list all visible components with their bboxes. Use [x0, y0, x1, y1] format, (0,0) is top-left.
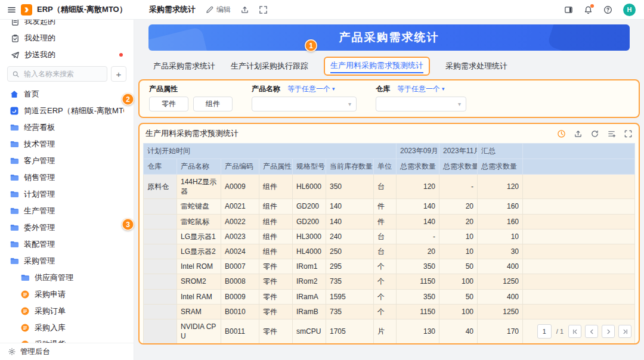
topbar-left: ERP（精细版-离散MTO）: [0, 4, 134, 15]
edit-button[interactable]: 编辑: [205, 5, 231, 15]
last-page-button[interactable]: [618, 325, 631, 338]
add-button[interactable]: +: [111, 66, 126, 82]
table-cell: 1595: [326, 289, 374, 304]
col-header: 总需求数量: [478, 159, 523, 175]
sidebar-quick-item[interactable]: 我发起的: [7, 20, 126, 30]
table-cell: Intel RAM: [177, 289, 221, 304]
sidebar-item-label: 抄送我的: [24, 49, 55, 60]
sidebar-quick-item[interactable]: 我处理的: [7, 30, 126, 46]
user-avatar[interactable]: H: [623, 4, 636, 16]
table-cell: 组件: [259, 199, 293, 214]
search-box[interactable]: [7, 66, 107, 82]
table-cell: [144, 259, 177, 274]
first-page-button[interactable]: [568, 325, 581, 338]
row-filler: [523, 289, 635, 304]
product-name-condition-selector[interactable]: 等于任意一个 ▾: [287, 84, 335, 94]
table-row[interactable]: SRAMB0010零件IRamB735个11501001250: [144, 304, 635, 319]
page: ERP（精细版-离散MTO） 采购需求统计 编辑: [0, 0, 644, 360]
table-row[interactable]: 原料仓144HZ显示器A0009组件HL6000350台120-120: [144, 175, 635, 199]
caret-down-icon: ▾: [442, 86, 445, 92]
table-cell: 件: [374, 214, 397, 229]
sidebar-nav-item[interactable]: 生产管理: [5, 203, 129, 219]
table-cell: B0011: [221, 319, 259, 343]
sidebar-nav-item[interactable]: 采购入库: [5, 319, 129, 336]
panel-layout-icon[interactable]: [564, 5, 573, 14]
table-cell: 130: [397, 319, 439, 343]
table-fullscreen-icon[interactable]: [624, 129, 633, 138]
sidebar-nav-item[interactable]: 采购订单: [5, 303, 129, 319]
table-cell: 140: [326, 214, 374, 229]
tab-item[interactable]: 采购需求处理统计: [445, 57, 507, 75]
sidebar-nav-item[interactable]: 计划管理: [5, 186, 129, 203]
caret-down-icon: ▾: [332, 86, 335, 92]
table-row[interactable]: Intel RAMB0009零件IRamA1595个35050400: [144, 289, 635, 304]
table-cell: 零件: [259, 319, 293, 343]
help-icon[interactable]: [603, 5, 612, 14]
sidebar-quick-item[interactable]: 抄送我的: [7, 46, 126, 63]
current-page[interactable]: 1: [537, 324, 552, 339]
export-icon[interactable]: [574, 129, 583, 138]
search-icon: [12, 70, 20, 78]
warehouse-select[interactable]: ▾: [376, 97, 466, 111]
sidebar-nav-item[interactable]: 委外管理: [5, 219, 129, 236]
sidebar-nav-item[interactable]: 采购管理: [5, 253, 129, 269]
table-cell: 个: [374, 259, 397, 274]
tab-active[interactable]: 生产用料采购需求预测统计: [324, 57, 430, 76]
fullscreen-icon[interactable]: [259, 5, 268, 14]
form-icon: [20, 306, 30, 316]
tab-item[interactable]: 产品采购需求统计: [153, 57, 215, 75]
app-logo-icon[interactable]: [21, 4, 32, 15]
table-cell: 台: [374, 229, 397, 244]
sidebar-nav-item[interactable]: 简道云ERP（精细版-离散MTO）「...: [5, 103, 129, 119]
table-row[interactable]: 雷蛇键盘A0021组件GD200140件14020160: [144, 199, 635, 214]
app-title: ERP（精细版-离散MTO）: [37, 4, 127, 15]
product-name-select[interactable]: ▾: [252, 97, 357, 111]
prev-page-button[interactable]: [585, 325, 598, 338]
filter-option-assembly-button[interactable]: 组件: [193, 97, 233, 111]
table-cell: 个: [374, 304, 397, 319]
table-cell: 原料仓: [144, 175, 177, 199]
folder-icon: [10, 256, 19, 266]
tab-label: 生产用料采购需求预测统计: [330, 61, 423, 73]
table-cell: Intel ROM: [177, 259, 221, 274]
table-row[interactable]: 雷蛇鼠标A0022组件GD200140件14020160: [144, 214, 635, 229]
table-row[interactable]: LG显示器2A0024组件HL4000250台201030: [144, 244, 635, 259]
folder-icon: [10, 123, 19, 132]
table-row[interactable]: Intel ROMB0007零件IRom1295个35050400: [144, 259, 635, 274]
warehouse-condition-selector[interactable]: 等于任意一个 ▾: [397, 84, 445, 94]
notifications-bell-icon[interactable]: [584, 5, 593, 14]
sidebar-nav-item[interactable]: 采购申请: [5, 286, 129, 303]
table-cell: [144, 304, 177, 319]
sidebar-nav-item[interactable]: 供应商管理: [5, 269, 129, 286]
sidebar-nav-item[interactable]: 经营看板: [5, 119, 129, 136]
sidebar-nav-item[interactable]: 装配管理: [5, 236, 129, 253]
table-cell: IRamB: [293, 304, 326, 319]
table-cell: HL6000: [293, 175, 326, 199]
table-cell: 50: [439, 289, 478, 304]
search-input[interactable]: [23, 69, 103, 79]
table-row[interactable]: SROM2B0008零件IRom2735个11501001250: [144, 274, 635, 289]
table-cell: 件: [374, 199, 397, 214]
share-icon[interactable]: [240, 5, 249, 14]
sidebar-nav-item[interactable]: 客户管理: [5, 153, 129, 169]
sidebar-nav-item[interactable]: 技术管理: [5, 136, 129, 153]
next-page-button[interactable]: [602, 325, 615, 338]
sidebar-nav-item[interactable]: 首页: [5, 86, 129, 103]
sidebar-nav-item[interactable]: 采购退货: [5, 336, 129, 343]
table-cell: 个: [374, 274, 397, 289]
sidebar-item-label: 技术管理: [24, 139, 55, 150]
tab-item[interactable]: 生产计划采购执行跟踪: [231, 57, 308, 75]
hamburger-menu-icon[interactable]: [7, 5, 16, 14]
auto-refresh-timer-icon[interactable]: [557, 129, 566, 138]
folder-icon: [20, 273, 30, 283]
table-cell: A0023: [221, 229, 259, 244]
table-row[interactable]: LG显示器1A0023组件HL3000240台-1010: [144, 229, 635, 244]
filter-label-warehouse: 仓库: [376, 84, 390, 94]
column-settings-icon[interactable]: [607, 129, 616, 138]
refresh-icon[interactable]: [590, 129, 599, 138]
main-content: 产品采购需求统计 产品采购需求统计生产计划采购执行跟踪生产用料采购需求预测统计采…: [134, 20, 644, 360]
sidebar-nav-item[interactable]: 销售管理: [5, 169, 129, 186]
admin-console-button[interactable]: 管理后台: [0, 343, 134, 360]
filter-option-part-button[interactable]: 零件: [149, 97, 188, 111]
col-header: 产品编码: [221, 159, 259, 175]
